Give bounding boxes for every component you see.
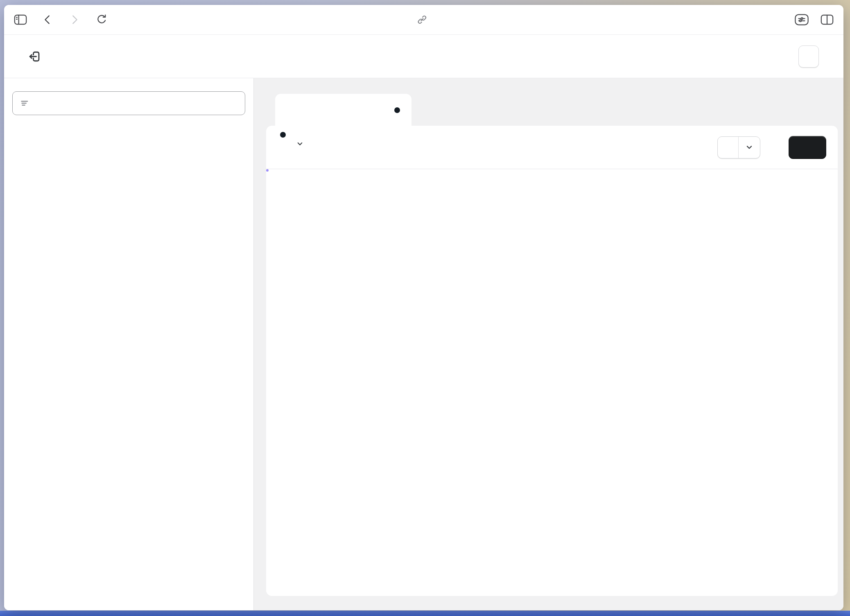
version-selector[interactable] bbox=[292, 140, 303, 147]
preview-store-button[interactable] bbox=[798, 45, 819, 68]
editor-card bbox=[266, 126, 838, 596]
unsaved-dot bbox=[394, 107, 400, 113]
reload-icon[interactable] bbox=[95, 14, 108, 26]
desktop-background bbox=[0, 0, 850, 616]
chevron-down-icon bbox=[296, 140, 303, 147]
app-header bbox=[4, 35, 843, 78]
annotation-box bbox=[266, 169, 269, 172]
forward-icon bbox=[68, 14, 81, 26]
extensions-toolbar-icon[interactable] bbox=[794, 14, 809, 26]
format-liquid-button[interactable] bbox=[717, 136, 760, 159]
file-search[interactable] bbox=[12, 91, 245, 115]
editor-header bbox=[266, 126, 838, 169]
link-icon bbox=[417, 14, 427, 25]
editor-panel bbox=[254, 78, 843, 610]
save-button[interactable] bbox=[789, 136, 826, 159]
file-sidebar bbox=[4, 78, 254, 610]
browser-chrome bbox=[4, 5, 843, 35]
browser-window bbox=[4, 5, 843, 610]
sidebar-toggle-icon[interactable] bbox=[14, 14, 27, 26]
format-options-chevron-icon[interactable] bbox=[738, 137, 760, 158]
filter-icon bbox=[20, 98, 30, 108]
back-icon[interactable] bbox=[41, 14, 54, 26]
url-bar[interactable] bbox=[417, 5, 433, 34]
exit-editor-icon[interactable] bbox=[28, 50, 42, 63]
changes-dot bbox=[280, 132, 286, 138]
tab-theme-liquid[interactable] bbox=[275, 94, 411, 126]
code-area[interactable] bbox=[266, 169, 838, 596]
search-input[interactable] bbox=[36, 98, 237, 109]
desktop-bottom-strip bbox=[0, 611, 850, 616]
split-view-icon[interactable] bbox=[821, 14, 834, 26]
